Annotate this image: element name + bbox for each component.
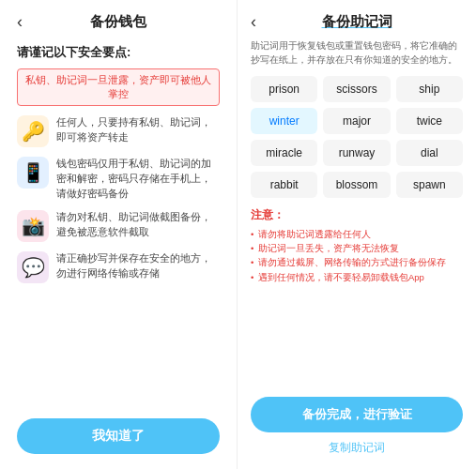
left-subtitle: 请谨记以下安全要点:: [17, 44, 220, 61]
mnemonic-cell: winter: [251, 108, 317, 134]
security-icon: 📱: [17, 157, 49, 189]
left-panel: ‹ 备份钱包 请谨记以下安全要点: 私钥、助记词一旦泄露，资产即可被他人掌控 🔑…: [0, 0, 238, 469]
right-back-icon[interactable]: ‹: [251, 12, 256, 32]
note-item: 请勿通过截屏、网络传输的方式进行备份保存: [251, 255, 463, 269]
security-item: 📸 请勿对私钥、助记词做截图备份，避免被恶意软件截取: [17, 210, 220, 242]
security-icon: 📸: [17, 210, 49, 242]
i-know-button[interactable]: 我知道了: [17, 418, 220, 454]
notes-title: 注意：: [251, 207, 463, 223]
left-header: ‹ 备份钱包: [17, 0, 220, 38]
security-text: 任何人，只要持有私钥、助记词，即可将资产转走: [56, 115, 220, 145]
mnemonic-cell: blossom: [323, 172, 390, 198]
mnemonic-cell: scissors: [323, 76, 390, 102]
note-item: 助记词一旦丢失，资产将无法恢复: [251, 241, 463, 255]
mnemonic-cell: major: [323, 108, 390, 134]
mnemonic-cell: dial: [396, 140, 463, 166]
mnemonic-cell: miracle: [251, 140, 317, 166]
right-panel: ‹ 备份助记词 助记词用于恢复钱包或重置钱包密码，将它准确的抄写在纸上，并存放在…: [238, 0, 476, 469]
security-icon: 🔑: [17, 115, 49, 147]
right-header: ‹ 备份助记词: [251, 0, 463, 38]
left-back-icon[interactable]: ‹: [17, 12, 23, 32]
mnemonic-cell: spawn: [396, 172, 463, 198]
mnemonic-cell: prison: [251, 76, 317, 102]
security-text: 请勿对私钥、助记词做截图备份，避免被恶意软件截取: [56, 210, 220, 240]
mnemonic-cell: twice: [396, 108, 463, 134]
copy-link[interactable]: 复制助记词: [329, 440, 385, 456]
security-icon: 💬: [17, 251, 49, 283]
notes-section: 注意： 请勿将助记词透露给任何人助记词一旦丢失，资产将无法恢复请勿通过截屏、网络…: [251, 207, 463, 284]
security-item: 💬 请正确抄写并保存在安全的地方，勿进行网络传输或存储: [17, 251, 220, 283]
mnemonic-cell: runway: [323, 140, 390, 166]
right-actions: 备份完成，进行验证 复制助记词: [251, 397, 463, 456]
security-items: 🔑 任何人，只要持有私钥、助记词，即可将资产转走 📱 钱包密码仅用于私钥、助记词…: [17, 115, 220, 409]
security-text: 钱包密码仅用于私钥、助记词的加密和解密，密码只存储在手机上，请做好密码备份: [56, 157, 220, 201]
note-item: 遇到任何情况，请不要轻易卸载钱包App: [251, 270, 463, 284]
right-description: 助记词用于恢复钱包或重置钱包密码，将它准确的抄写在纸上，并存放在只有你知道的安全…: [251, 38, 463, 67]
verify-button[interactable]: 备份完成，进行验证: [251, 397, 463, 432]
security-item: 🔑 任何人，只要持有私钥、助记词，即可将资产转走: [17, 115, 220, 147]
note-item: 请勿将助记词透露给任何人: [251, 227, 463, 241]
right-title: 备份助记词: [322, 13, 392, 31]
security-item: 📱 钱包密码仅用于私钥、助记词的加密和解密，密码只存储在手机上，请做好密码备份: [17, 157, 220, 201]
security-text: 请正确抄写并保存在安全的地方，勿进行网络传输或存储: [56, 251, 220, 281]
mnemonic-cell: ship: [396, 76, 463, 102]
mnemonic-cell: rabbit: [251, 172, 317, 198]
left-title: 备份钱包: [90, 13, 146, 31]
warning-badge: 私钥、助记词一旦泄露，资产即可被他人掌控: [17, 68, 220, 106]
mnemonic-grid: prisonscissorsshipwintermajortwicemiracl…: [251, 76, 463, 198]
